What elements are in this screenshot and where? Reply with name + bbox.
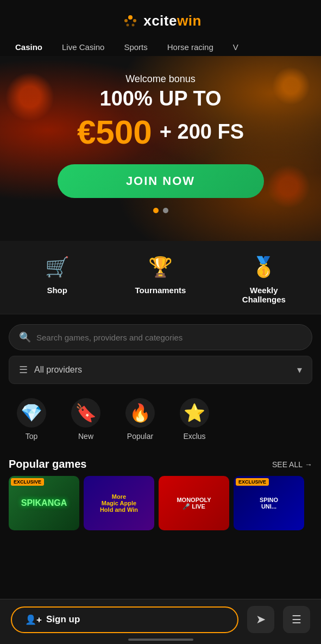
logo-excite: xcite [143, 13, 177, 29]
game-magicapple-title: MoreMagic AppleHold and Win [100, 493, 138, 513]
bonus-fs: + 200 FS [160, 120, 244, 144]
tab-top[interactable]: 💎 Top [4, 391, 59, 448]
star-icon: ⭐ [180, 398, 209, 428]
game-card-spikanga[interactable]: EXCLUSIVE SPIKANGA [9, 476, 79, 530]
quick-link-shop[interactable]: 🛒 Shop [30, 253, 84, 304]
tab-top-label: Top [26, 432, 38, 441]
bookmark-icon: 🔖 [71, 398, 100, 428]
nav-item-horse-racing[interactable]: Horse racing [158, 38, 223, 56]
quick-link-weekly-challenges[interactable]: 🥇 WeeklyChallenges [237, 253, 291, 304]
bonus-line: 100% UP TO [100, 87, 222, 110]
home-indicator [128, 639, 193, 641]
carousel-dots [153, 208, 168, 213]
signup-icon: 👤+ [25, 614, 42, 626]
bonus-amount-line: €500 + 200 FS [77, 113, 244, 151]
game-spino-title: SPINOUNI... [260, 497, 278, 510]
tab-popular[interactable]: 🔥 Popular [113, 391, 167, 448]
logo-icon [119, 10, 141, 32]
hamburger-menu-button[interactable]: ☰ [283, 606, 310, 633]
nav-item-sports[interactable]: Sports [114, 38, 157, 56]
bonus-percent: 100% [100, 87, 153, 110]
hamburger-icon: ☰ [292, 613, 301, 626]
dot-2[interactable] [163, 208, 168, 213]
signup-button[interactable]: 👤+ Sign up [11, 606, 238, 633]
game-card-magicapple[interactable]: MoreMagic AppleHold and Win [84, 476, 154, 530]
hero-banner: Welcome bonus 100% UP TO €500 + 200 FS J… [0, 56, 321, 241]
search-bar[interactable]: 🔍 [9, 324, 312, 350]
see-all-button[interactable]: SEE ALL → [272, 460, 312, 469]
weekly-challenges-icon: 🥇 [250, 253, 278, 281]
svg-point-4 [132, 24, 135, 27]
main-nav: Casino Live Casino Sports Horse racing V [0, 38, 321, 56]
svg-point-1 [124, 19, 128, 22]
header: xcitewin Casino Live Casino Sports Horse… [0, 0, 321, 56]
tab-new[interactable]: 🔖 New [59, 391, 113, 448]
nav-item-live-casino[interactable]: Live Casino [52, 38, 114, 56]
bonus-upto: UP TO [159, 87, 222, 110]
chevron-down-icon: ▾ [297, 364, 302, 376]
quick-link-tournaments[interactable]: 🏆 Tournaments [133, 253, 187, 304]
svg-point-2 [133, 19, 136, 22]
login-icon: ➤ [256, 612, 266, 627]
tab-new-label: New [78, 432, 93, 441]
quick-links: 🛒 Shop 🏆 Tournaments 🥇 WeeklyChallenges [0, 241, 321, 314]
arrow-right-icon: → [305, 460, 312, 469]
logo-win: win [177, 13, 202, 29]
bonus-amount: €500 [77, 113, 152, 151]
shop-label: Shop [47, 286, 67, 295]
svg-point-0 [128, 15, 133, 20]
category-tabs: 💎 Top 🔖 New 🔥 Popular ⭐ Exclus [0, 391, 321, 448]
nav-item-more[interactable]: V [223, 38, 248, 56]
search-input[interactable] [36, 333, 302, 342]
game-card-spino[interactable]: EXCLUSIVE SPINOUNI... [234, 476, 304, 530]
search-icon: 🔍 [19, 331, 31, 343]
weekly-challenges-label: WeeklyChallenges [242, 286, 286, 304]
exclusive-badge: EXCLUSIVE [11, 478, 44, 486]
nav-item-casino[interactable]: Casino [5, 38, 52, 56]
dot-1[interactable] [153, 208, 159, 213]
shop-icon: 🛒 [43, 253, 71, 281]
tournaments-label: Tournaments [135, 286, 186, 295]
list-icon: ☰ [19, 364, 28, 376]
game-spikanga-title: SPIKANGA [21, 498, 67, 508]
join-now-button[interactable]: JOIN NOW [58, 164, 264, 198]
logo: xcitewin [119, 10, 202, 32]
tab-popular-label: Popular [127, 432, 153, 441]
bottom-bar: 👤+ Sign up ➤ ☰ [0, 599, 321, 644]
login-button[interactable]: ➤ [247, 606, 274, 633]
popular-games-header: Popular games SEE ALL → [0, 450, 321, 476]
fire-icon: 🔥 [125, 398, 155, 428]
game-monopoly-title: MONOPOLY🎤 LIVE [177, 497, 211, 510]
tournaments-icon: 🏆 [146, 253, 174, 281]
see-all-label: SEE ALL [272, 460, 303, 469]
popular-games-title: Popular games [9, 458, 86, 470]
games-row: EXCLUSIVE SPIKANGA MoreMagic AppleHold a… [0, 476, 321, 539]
game-card-monopoly[interactable]: MONOPOLY🎤 LIVE [159, 476, 229, 530]
tab-exclusive-label: Exclus [183, 432, 205, 441]
tab-exclusive[interactable]: ⭐ Exclus [167, 391, 222, 448]
diamond-icon: 💎 [17, 398, 46, 428]
welcome-text: Welcome bonus [125, 73, 196, 85]
exclusive-badge-spino: EXCLUSIVE [236, 478, 269, 486]
hero-decoration [267, 165, 310, 208]
providers-dropdown[interactable]: ☰ All providers ▾ [9, 356, 312, 384]
providers-label: All providers [34, 365, 297, 375]
svg-point-3 [127, 24, 129, 27]
signup-label: Sign up [46, 614, 80, 625]
